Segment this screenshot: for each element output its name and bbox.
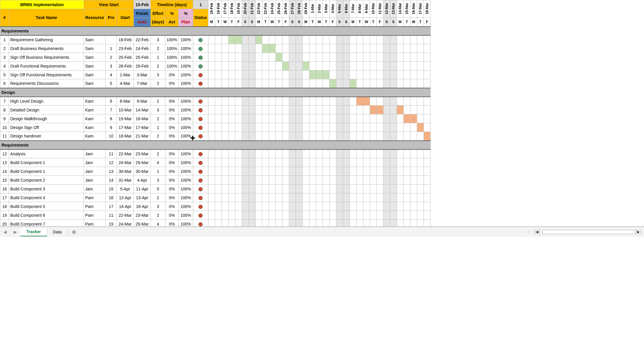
gantt-cell[interactable] xyxy=(376,44,383,53)
gantt-cell[interactable] xyxy=(222,70,228,79)
gantt-cell[interactable] xyxy=(249,62,255,70)
gantt-cell[interactable] xyxy=(262,123,269,132)
gantt-cell[interactable] xyxy=(269,211,275,220)
gantt-cell[interactable] xyxy=(309,185,316,193)
task-row[interactable]: 18Build Component 5Pam1714-Apr18-Apr30%1… xyxy=(0,202,431,211)
gantt-cell[interactable] xyxy=(417,62,424,70)
cell-start[interactable]: 17-Mar xyxy=(117,123,134,132)
cell-num[interactable]: 12 xyxy=(0,149,9,158)
gantt-cell[interactable] xyxy=(350,53,356,62)
gantt-cell[interactable] xyxy=(329,35,336,44)
gantt-cell[interactable] xyxy=(302,35,309,44)
gantt-cell[interactable] xyxy=(323,97,329,106)
gantt-cell[interactable] xyxy=(289,176,296,185)
gantt-cell[interactable] xyxy=(356,132,363,141)
gantt-cell[interactable] xyxy=(397,193,403,202)
gantt-cell[interactable] xyxy=(343,44,350,53)
gantt-cell[interactable] xyxy=(269,149,275,158)
gantt-cell[interactable] xyxy=(397,158,403,167)
gantt-cell[interactable] xyxy=(417,149,424,158)
gantt-cell[interactable] xyxy=(255,132,262,141)
gantt-cell[interactable] xyxy=(356,62,363,70)
cell-num[interactable]: 13 xyxy=(0,158,9,167)
gantt-cell[interactable] xyxy=(343,202,350,211)
gantt-cell[interactable] xyxy=(424,114,430,123)
cell-effort[interactable]: 3 xyxy=(151,202,165,211)
gantt-cell[interactable] xyxy=(376,202,383,211)
gantt-cell[interactable] xyxy=(249,97,255,106)
gantt-cell[interactable] xyxy=(383,220,390,227)
gantt-cell[interactable] xyxy=(410,158,417,167)
cell-resource[interactable]: Kam xyxy=(84,123,106,132)
gantt-cell[interactable] xyxy=(323,123,329,132)
gantt-cell[interactable] xyxy=(228,193,235,202)
task-row[interactable]: 19Build Component 6Pam1122-Mar23-Mar20%1… xyxy=(0,211,431,220)
gantt-cell[interactable] xyxy=(403,44,410,53)
gantt-cell[interactable] xyxy=(323,35,329,44)
cell-finish[interactable]: 18-Apr xyxy=(134,202,151,211)
gantt-cell[interactable] xyxy=(255,149,262,158)
gantt-cell[interactable] xyxy=(363,202,370,211)
gantt-cell[interactable] xyxy=(424,220,430,227)
task-row[interactable]: 1Requirement GatheringSam18-Feb22-Feb310… xyxy=(0,35,431,44)
gantt-cell[interactable] xyxy=(269,114,275,123)
task-row[interactable]: 4Draft Functional RequirementsSam326-Feb… xyxy=(0,62,431,70)
gantt-cell[interactable] xyxy=(376,185,383,193)
gantt-cell[interactable] xyxy=(397,114,403,123)
horizontal-scrollbar[interactable]: ⋮ ◀ ▶ xyxy=(526,230,644,234)
gantt-cell[interactable] xyxy=(336,53,343,62)
gantt-cell[interactable] xyxy=(329,176,336,185)
cell-pre[interactable]: 10 xyxy=(106,132,117,141)
gantt-cell[interactable] xyxy=(370,185,376,193)
gantt-cell[interactable] xyxy=(302,44,309,53)
gantt-cell[interactable] xyxy=(403,202,410,211)
gantt-cell[interactable]: . xyxy=(316,70,323,79)
gantt-cell[interactable] xyxy=(228,158,235,167)
gantt-cell[interactable] xyxy=(363,132,370,141)
cell-pct-act[interactable]: 0% xyxy=(165,176,179,185)
gantt-cell[interactable] xyxy=(350,185,356,193)
gantt-cell[interactable] xyxy=(208,211,215,220)
cell-pre[interactable]: 2 xyxy=(106,53,117,62)
gantt-cell[interactable] xyxy=(336,62,343,70)
gantt-cell[interactable] xyxy=(208,97,215,106)
gantt-cell[interactable] xyxy=(390,62,397,70)
gantt-cell[interactable] xyxy=(370,35,376,44)
gantt-cell[interactable] xyxy=(269,35,275,44)
cell-finish[interactable]: 7-Mar xyxy=(134,79,151,88)
cell-finish[interactable]: 23-Mar xyxy=(134,211,151,220)
gantt-cell[interactable] xyxy=(262,211,269,220)
gantt-cell[interactable] xyxy=(296,62,302,70)
gantt-cell[interactable] xyxy=(228,220,235,227)
cell-resource[interactable]: Jam xyxy=(84,158,106,167)
gantt-cell[interactable] xyxy=(376,211,383,220)
gantt-cell[interactable] xyxy=(228,106,235,114)
gantt-cell[interactable] xyxy=(289,123,296,132)
gantt-cell[interactable] xyxy=(296,158,302,167)
cell-finish[interactable]: 29-Mar xyxy=(134,158,151,167)
gantt-cell[interactable] xyxy=(222,123,228,132)
gantt-cell[interactable] xyxy=(235,62,242,70)
cell-pct-plan[interactable]: 100% xyxy=(179,220,193,227)
gantt-cell[interactable] xyxy=(390,97,397,106)
gantt-cell[interactable] xyxy=(363,193,370,202)
gantt-cell[interactable] xyxy=(397,44,403,53)
gantt-cell[interactable] xyxy=(410,193,417,202)
gantt-cell[interactable] xyxy=(370,193,376,202)
gantt-cell[interactable] xyxy=(403,185,410,193)
gantt-cell[interactable] xyxy=(296,132,302,141)
gantt-cell[interactable] xyxy=(309,193,316,202)
cell-start[interactable]: 1-Mar xyxy=(117,70,134,79)
cell-resource[interactable]: Sam xyxy=(84,70,106,79)
task-row[interactable]: 12AnalysisJam1122-Mar23-Mar20%100% xyxy=(0,149,431,158)
gantt-cell[interactable] xyxy=(249,70,255,79)
cell-finish[interactable]: 17-Mar xyxy=(134,123,151,132)
cell-pct-act[interactable]: 0% xyxy=(165,97,179,106)
gantt-cell[interactable] xyxy=(383,97,390,106)
gantt-cell[interactable] xyxy=(296,106,302,114)
cell-finish[interactable]: 23-Mar xyxy=(134,149,151,158)
gantt-cell[interactable] xyxy=(249,53,255,62)
gantt-cell[interactable] xyxy=(390,176,397,185)
gantt-cell[interactable] xyxy=(350,193,356,202)
gantt-cell[interactable] xyxy=(410,106,417,114)
